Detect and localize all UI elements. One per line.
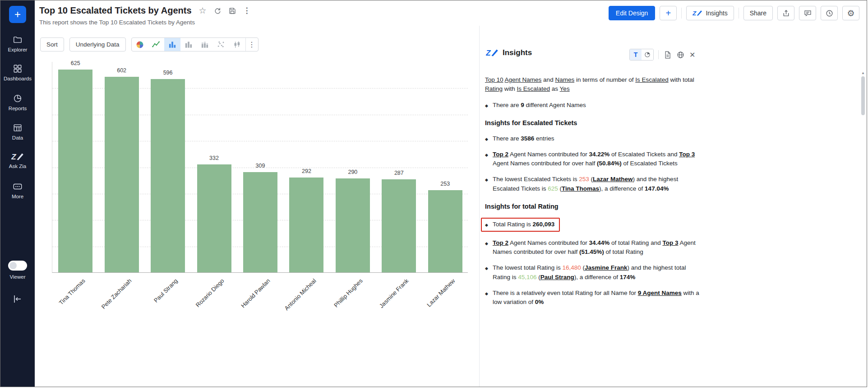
insight-link[interactable]: Top 3 [679,151,695,158]
insight-segment: 34.22% [589,151,610,158]
insight-link[interactable]: Agent Names [505,76,542,83]
scatter-chart-icon [217,40,226,49]
insight-link[interactable]: Jasmine Frank [585,264,628,271]
more-icon [12,182,23,192]
sidebar-item-ask-zia[interactable]: Z Ask Zia [0,152,35,169]
chart-type-bar-button[interactable] [180,37,197,51]
insight-link[interactable]: Is Escalated [517,85,550,92]
insights-panel-header: Z Insights T [486,48,867,63]
bullet-marker-icon: ◆ [485,177,488,193]
insight-bullet: ◆Top 2 Agent Names contributed for 34.44… [485,238,700,257]
app-window: + Explorer Dashboards Reports Data [0,0,867,387]
bar-harold-pawlan[interactable] [243,172,277,272]
insight-segment: 9 [521,102,524,108]
sort-button[interactable]: Sort [40,37,64,51]
chart-type-pie-button[interactable] [132,37,148,51]
share-button[interactable]: Share [743,6,773,20]
viewer-toggle[interactable] [8,261,27,271]
bar-jasmine-frank[interactable] [382,179,416,272]
bar-rozario-diego[interactable] [197,164,231,272]
bullet-marker-icon: ◆ [485,103,488,110]
collapse-sidebar-button[interactable] [11,294,23,304]
sidebar-item-data[interactable]: Data [0,123,35,140]
folder-icon [13,35,23,45]
sidebar-item-dashboards[interactable]: Dashboards [0,64,35,81]
insight-link[interactable]: Yes [560,85,570,92]
bar-tina-thomas[interactable] [58,70,92,272]
bar-antonio-micheal[interactable] [289,178,323,272]
chart-plot: 625Tina Thomas602Pete Zachariah596Paul S… [52,62,468,273]
comments-button[interactable] [799,6,816,20]
sidebar-item-label: Dashboards [4,76,32,81]
insight-text: The lowest Escalated Tickets is 253 (Laz… [493,175,700,193]
sidebar-item-label: Data [12,135,23,140]
insight-segment: with total [669,76,694,83]
insight-link[interactable]: Top 2 [493,239,508,246]
insight-segment: 260,093 [532,221,554,228]
column-chart-icon [168,40,177,49]
insight-link[interactable]: 9 Agent Names [638,290,682,296]
bar-value-label: 292 [289,168,323,174]
refresh-icon[interactable] [213,7,222,15]
insight-link[interactable]: Is Escalated [635,76,669,83]
insight-segment: of Escalated Tickets and [609,151,679,158]
chart-type-candlestick-button[interactable] [229,37,245,51]
zia-insights-button[interactable]: Z Insights [686,6,734,20]
favorite-star-icon[interactable]: ☆ [199,6,207,15]
scrollbar-thumb[interactable] [861,76,865,115]
close-panel-icon[interactable]: ✕ [689,51,695,59]
insight-segment: Agent Names contributed for [508,239,589,246]
settings-button[interactable]: ⚙ [842,6,859,20]
gear-icon: ⚙ [847,9,854,18]
export-button[interactable] [777,6,794,20]
language-globe-icon[interactable] [676,51,685,59]
history-clock-icon [825,9,834,18]
insight-link[interactable]: Top 10 [485,76,503,83]
add-view-button[interactable]: + [660,6,677,20]
bar-value-label: 287 [382,170,416,176]
text-view-toggle[interactable]: T [630,49,642,60]
chart-type-scatter-button[interactable] [213,37,229,51]
bar-phillip-hughes[interactable] [336,178,370,272]
insight-link[interactable]: Lazar Mathew [593,176,633,182]
bar-pete-zachariah[interactable] [105,77,139,272]
candlestick-chart-icon [233,40,242,49]
bar-value-label: 596 [151,70,185,76]
chart-type-stacked-button[interactable] [197,37,213,51]
history-button[interactable] [821,6,838,20]
insight-bullet: ◆Top 2 Agent Names contributed for 34.22… [485,150,700,168]
report-canvas: Top 10 Escalated Tickets by Agents ☆ ⋮ T… [35,0,479,387]
bar-paul-strang[interactable] [151,79,185,272]
insight-link[interactable]: Paul Strang [540,274,574,280]
zia-icon: Z [11,152,24,161]
insight-link[interactable]: Names [555,76,574,83]
sidebar-create-button[interactable]: + [9,6,26,23]
insight-text: There are 3586 entries [493,134,700,143]
export-report-icon[interactable] [663,51,672,59]
sidebar-item-reports[interactable]: Reports [0,93,35,111]
title-kebab-menu-icon[interactable]: ⋮ [243,7,251,14]
insight-segment: Total Rating is [493,221,533,228]
insight-link[interactable]: Rating [485,85,503,92]
underlying-data-button[interactable]: Underlying Data [69,37,126,51]
chart-type-line-button[interactable] [148,37,164,51]
save-icon[interactable] [228,7,236,15]
chart-type-more-button[interactable]: ⋮ [245,37,258,51]
bar-lazar-mathew[interactable] [428,190,462,272]
insight-segment: ( [537,274,540,280]
insight-segment: with [503,85,517,92]
insight-link[interactable]: Tina Thomas [562,185,599,192]
sidebar-item-more[interactable]: More [0,182,35,199]
chart-view-toggle[interactable] [642,49,653,60]
stacked-bar-chart-icon [200,40,209,49]
edit-design-button[interactable]: Edit Design [609,6,656,20]
sidebar-item-label: Reports [9,106,27,111]
svg-text:Z: Z [11,152,17,161]
insight-text: The lowest total Rating is 16,480 (Jasmi… [493,263,700,282]
chart-type-column-button[interactable] [164,37,180,51]
sidebar-item-explorer[interactable]: Explorer [0,35,35,52]
insight-link[interactable]: Top 2 [493,151,508,158]
scroll-up-arrow-icon[interactable]: ▲ [861,71,865,75]
insight-link[interactable]: Top 3 [662,239,678,246]
pie-toggle-icon [644,51,651,58]
